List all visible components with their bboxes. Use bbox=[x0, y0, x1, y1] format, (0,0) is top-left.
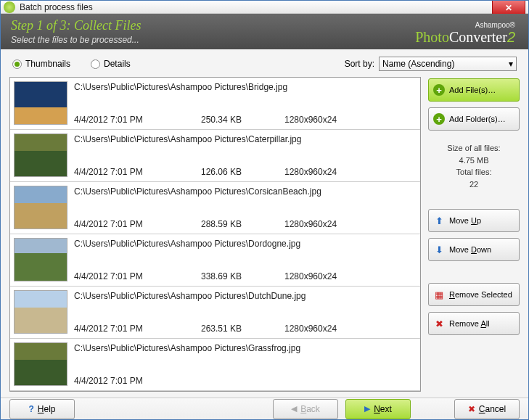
file-size: 263.51 KB bbox=[201, 324, 284, 334]
remove-icon: ✖ bbox=[433, 318, 445, 329]
arrow-right-icon: ▶ bbox=[364, 404, 370, 413]
radio-thumbnails-label: Thumbnails bbox=[25, 59, 70, 69]
arrow-up-icon: ⬆ bbox=[433, 215, 445, 226]
file-path: C:\Users\Public\Pictures\Ashampoo Pictur… bbox=[74, 186, 417, 197]
titlebar: Batch process files ✕ bbox=[1, 1, 528, 14]
file-meta: 4/4/2012 7:01 PM250.34 KB1280x960x24 bbox=[74, 115, 417, 125]
file-size: 288.59 KB bbox=[201, 219, 284, 229]
close-button[interactable]: ✕ bbox=[492, 1, 525, 15]
move-up-button[interactable]: ⬆ Move Up bbox=[428, 209, 520, 232]
radio-thumbnails[interactable]: Thumbnails bbox=[12, 59, 70, 69]
add-files-button[interactable]: + Add File(s)… bbox=[428, 78, 520, 102]
file-dims: 1280x960x24 bbox=[284, 167, 337, 177]
main-row: C:\Users\Public\Pictures\Ashampoo Pictur… bbox=[9, 77, 520, 392]
move-up-label: Move Up bbox=[449, 216, 481, 225]
content-area: Thumbnails Details Sort by: Name (Ascend… bbox=[1, 49, 528, 398]
file-list-container: C:\Users\Public\Pictures\Ashampoo Pictur… bbox=[9, 77, 421, 392]
add-folders-label: Add Folder(s)… bbox=[449, 115, 506, 123]
file-item[interactable]: C:\Users\Public\Pictures\Ashampoo Pictur… bbox=[10, 130, 420, 182]
file-date: 4/4/2012 7:01 PM bbox=[74, 324, 201, 334]
file-path: C:\Users\Public\Pictures\Ashampoo Pictur… bbox=[74, 239, 417, 249]
cancel-icon: ✖ bbox=[468, 404, 475, 414]
arrow-left-icon: ◀ bbox=[291, 404, 297, 413]
move-down-button[interactable]: ⬇ Move Down bbox=[428, 238, 520, 261]
cancel-button[interactable]: ✖ Cancel bbox=[454, 399, 520, 419]
thumbnail bbox=[14, 290, 67, 334]
file-item[interactable]: C:\Users\Public\Pictures\Ashampoo Pictur… bbox=[10, 339, 420, 391]
back-button[interactable]: ◀ Back bbox=[273, 399, 338, 419]
stats-total-label: Total files: bbox=[428, 166, 520, 178]
thumbnail bbox=[14, 133, 67, 177]
stats-panel: Size of all files: 4.75 MB Total files: … bbox=[428, 136, 520, 193]
file-path: C:\Users\Public\Pictures\Ashampoo Pictur… bbox=[74, 291, 417, 301]
thumbnail bbox=[14, 186, 67, 229]
footer: ? Help ◀ Back ▶ Next ✖ Cancel bbox=[1, 398, 528, 419]
plus-icon: + bbox=[433, 84, 445, 96]
file-path: C:\Users\Public\Pictures\Ashampoo Pictur… bbox=[74, 343, 417, 353]
file-date: 4/4/2012 7:01 PM bbox=[74, 167, 201, 177]
help-label: Help bbox=[38, 404, 56, 414]
file-meta: 4/4/2012 7:01 PM bbox=[74, 376, 417, 386]
file-meta: 4/4/2012 7:01 PM338.69 KB1280x960x24 bbox=[74, 271, 417, 281]
sortby-select[interactable]: Name (Ascending) ▾ bbox=[379, 57, 517, 71]
next-label: Next bbox=[374, 404, 392, 414]
radio-details[interactable]: Details bbox=[91, 59, 131, 69]
thumbnail bbox=[14, 238, 67, 281]
file-list[interactable]: C:\Users\Public\Pictures\Ashampoo Pictur… bbox=[10, 78, 420, 391]
file-size: 338.69 KB bbox=[201, 271, 284, 281]
arrow-down-icon: ⬇ bbox=[433, 244, 445, 255]
cancel-label: Cancel bbox=[479, 404, 506, 414]
radio-dot-icon bbox=[91, 59, 100, 69]
thumbnail bbox=[14, 342, 67, 386]
file-meta: 4/4/2012 7:01 PM126.06 KB1280x960x24 bbox=[74, 167, 417, 177]
add-folders-button[interactable]: + Add Folder(s)… bbox=[428, 107, 520, 131]
sortby-label: Sort by: bbox=[345, 59, 374, 69]
next-button[interactable]: ▶ Next bbox=[345, 399, 411, 419]
file-info: C:\Users\Public\Pictures\Ashampoo Pictur… bbox=[71, 287, 420, 338]
radio-dot-icon bbox=[12, 59, 22, 69]
file-info: C:\Users\Public\Pictures\Ashampoo Pictur… bbox=[71, 339, 420, 390]
sortby-value: Name (Ascending) bbox=[382, 59, 454, 69]
header-band: Step 1 of 3: Collect Files Select the fi… bbox=[1, 14, 528, 49]
file-path: C:\Users\Public\Pictures\Ashampoo Pictur… bbox=[74, 134, 417, 144]
file-date: 4/4/2012 7:01 PM bbox=[74, 271, 201, 281]
remove-selected-icon: ▦ bbox=[433, 289, 445, 300]
thumbnail bbox=[14, 81, 67, 125]
brand-version: 2 bbox=[507, 29, 515, 45]
move-down-label: Move Down bbox=[449, 245, 491, 254]
brand-logo: Ashampoo® PhotoConverter2 bbox=[415, 21, 515, 46]
side-panel: + Add File(s)… + Add Folder(s)… Size of … bbox=[428, 77, 520, 392]
file-path: C:\Users\Public\Pictures\Ashampoo Pictur… bbox=[74, 82, 417, 92]
file-dims: 1280x960x24 bbox=[284, 271, 337, 281]
remove-selected-label: Remove Selected bbox=[449, 290, 512, 299]
file-dims: 1280x960x24 bbox=[284, 115, 337, 125]
plus-icon: + bbox=[433, 113, 445, 125]
stats-size-label: Size of all files: bbox=[428, 142, 520, 155]
file-info: C:\Users\Public\Pictures\Ashampoo Pictur… bbox=[71, 130, 420, 181]
file-size: 126.06 KB bbox=[201, 167, 284, 177]
remove-all-button[interactable]: ✖ Remove All bbox=[428, 312, 520, 335]
remove-selected-button[interactable]: ▦ Remove Selected bbox=[428, 283, 520, 306]
chevron-down-icon: ▾ bbox=[509, 59, 513, 69]
file-date: 4/4/2012 7:01 PM bbox=[74, 219, 201, 229]
file-dims: 1280x960x24 bbox=[284, 324, 337, 334]
help-button[interactable]: ? Help bbox=[9, 399, 75, 419]
file-dims: 1280x960x24 bbox=[284, 219, 337, 229]
file-date: 4/4/2012 7:01 PM bbox=[74, 115, 201, 125]
file-item[interactable]: C:\Users\Public\Pictures\Ashampoo Pictur… bbox=[10, 234, 420, 287]
step-subtitle: Select the files to be processed... bbox=[11, 35, 141, 45]
brand-photo: Photo bbox=[415, 29, 449, 45]
step-title: Step 1 of 3: Collect Files bbox=[11, 18, 141, 33]
stats-total-value: 22 bbox=[428, 178, 520, 191]
file-info: C:\Users\Public\Pictures\Ashampoo Pictur… bbox=[71, 182, 420, 234]
stats-size-value: 4.75 MB bbox=[428, 155, 520, 167]
window-title: Batch process files bbox=[20, 2, 93, 12]
app-icon bbox=[4, 1, 15, 13]
help-icon: ? bbox=[28, 404, 33, 414]
file-item[interactable]: C:\Users\Public\Pictures\Ashampoo Pictur… bbox=[10, 287, 420, 339]
file-item[interactable]: C:\Users\Public\Pictures\Ashampoo Pictur… bbox=[10, 182, 420, 234]
window: Batch process files ✕ Step 1 of 3: Colle… bbox=[0, 0, 529, 420]
brand-converter: Converter bbox=[449, 29, 507, 45]
file-date: 4/4/2012 7:01 PM bbox=[74, 376, 201, 386]
file-item[interactable]: C:\Users\Public\Pictures\Ashampoo Pictur… bbox=[10, 78, 420, 130]
